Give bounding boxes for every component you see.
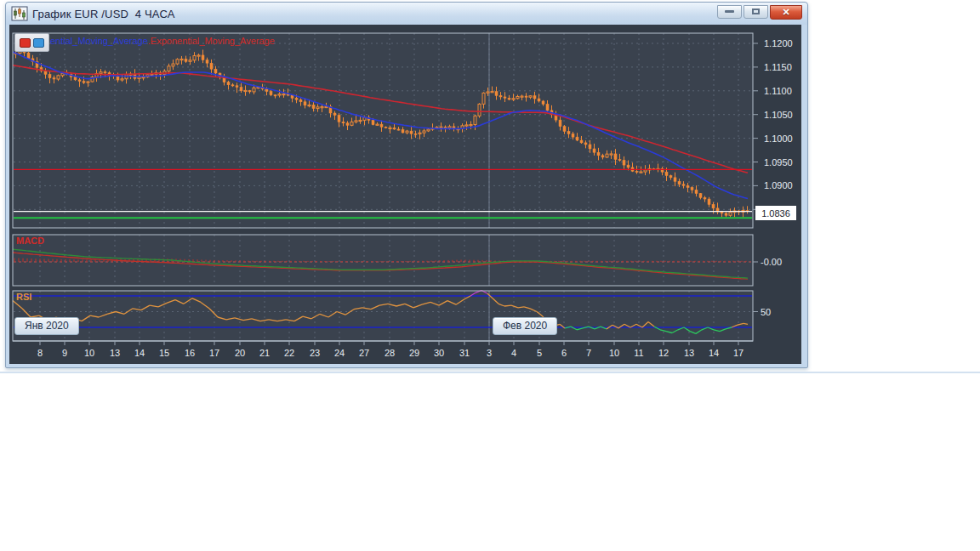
svg-text:1.1100: 1.1100 [764, 86, 792, 96]
svg-text:30: 30 [434, 348, 444, 358]
svg-text:22: 22 [284, 348, 294, 358]
svg-text:17: 17 [209, 348, 219, 358]
svg-text:7: 7 [586, 348, 591, 358]
candlestick-chart-icon [11, 6, 28, 21]
page-divider-line [0, 372, 980, 373]
svg-text:1.1050: 1.1050 [764, 110, 793, 120]
window-title: График EUR /USD 4 ЧАСА [32, 8, 175, 20]
month-tag-february[interactable]: Фев 2020 [493, 317, 557, 335]
svg-text:16: 16 [185, 348, 195, 358]
svg-text:6: 6 [561, 348, 567, 358]
ema-fast-swatch[interactable] [33, 38, 44, 48]
month-tag-january[interactable]: Янв 2020 [14, 317, 79, 335]
last-price-label: 1.0836 [755, 206, 796, 220]
svg-text:11: 11 [634, 348, 643, 358]
svg-text:1.1200: 1.1200 [764, 38, 793, 48]
svg-text:20: 20 [235, 348, 245, 358]
ema-fast-legend: ential_Moving_Average [50, 36, 148, 46]
ema-slow-legend: Exponential_Moving_Average [151, 36, 275, 46]
chart-window: График EUR /USD 4 ЧАСА ✕ 1.12001.11501.1… [5, 2, 808, 368]
svg-text:27: 27 [359, 348, 369, 358]
svg-text:14: 14 [709, 348, 719, 358]
restore-button[interactable] [744, 5, 768, 19]
svg-text:1.0950: 1.0950 [764, 157, 793, 168]
svg-text:14: 14 [134, 348, 145, 358]
svg-text:8: 8 [37, 348, 43, 358]
svg-text:15: 15 [159, 348, 169, 358]
svg-text:10: 10 [609, 348, 619, 358]
chart-client-area: 1.12001.11501.11001.10501.10001.09501.09… [9, 25, 801, 364]
minimize-icon [725, 10, 734, 13]
desktop: График EUR /USD 4 ЧАСА ✕ 1.12001.11501.1… [0, 0, 980, 551]
svg-text:3: 3 [487, 348, 492, 358]
svg-text:13: 13 [684, 348, 694, 358]
svg-text:1.1150: 1.1150 [764, 62, 792, 72]
svg-text:10: 10 [84, 348, 94, 358]
svg-text:29: 29 [409, 348, 419, 358]
svg-text:13: 13 [110, 348, 120, 358]
svg-text:23: 23 [310, 348, 320, 358]
chart-canvas[interactable]: 1.12001.11501.11001.10501.10001.09501.09… [9, 25, 801, 364]
restore-icon [752, 9, 760, 14]
indicator-legend: ential_Moving_Average.Exponential_Moving… [50, 36, 275, 46]
window-controls: ✕ [717, 5, 802, 20]
svg-text:17: 17 [733, 348, 744, 358]
rsi-label: RSI [16, 292, 31, 302]
svg-text:4: 4 [511, 348, 516, 358]
svg-text:50: 50 [761, 307, 771, 317]
svg-text:21: 21 [259, 348, 270, 358]
window-titlebar[interactable]: График EUR /USD 4 ЧАСА ✕ [6, 3, 807, 25]
svg-text:28: 28 [385, 348, 395, 358]
close-button[interactable]: ✕ [770, 5, 802, 20]
minimize-button[interactable] [717, 5, 742, 19]
svg-text:-0.00: -0.00 [761, 257, 782, 267]
svg-text:1.0900: 1.0900 [764, 180, 793, 190]
close-icon: ✕ [782, 7, 789, 18]
svg-text:5: 5 [537, 348, 542, 358]
svg-text:9: 9 [62, 348, 67, 358]
svg-text:31: 31 [459, 348, 470, 358]
svg-text:24: 24 [334, 348, 345, 358]
svg-text:12: 12 [658, 348, 669, 358]
svg-text:1.1000: 1.1000 [764, 133, 793, 144]
indicator-swatches[interactable] [14, 33, 49, 52]
macd-label: MACD [16, 236, 44, 246]
ema-slow-swatch[interactable] [20, 38, 31, 48]
